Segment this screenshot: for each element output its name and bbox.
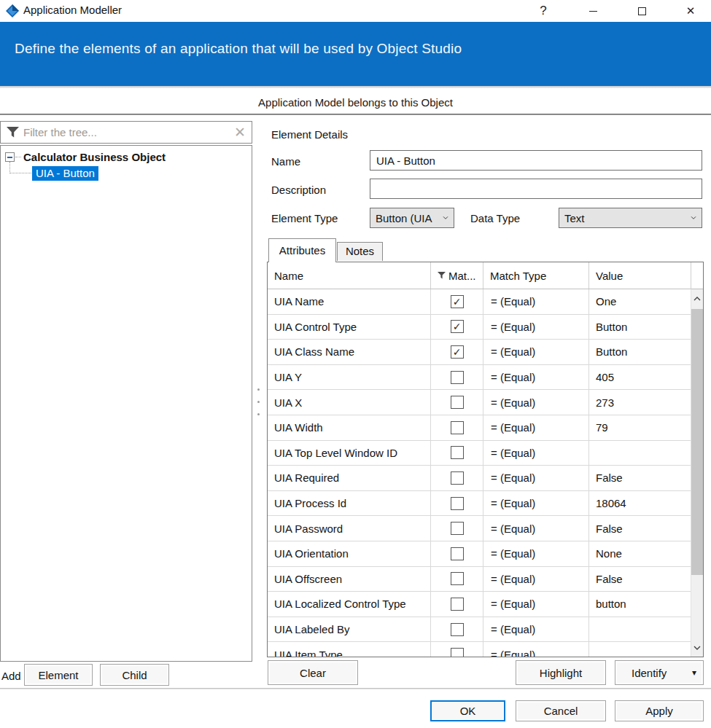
table-row[interactable]: UIA Labeled By = (Equal) [268, 617, 691, 643]
attr-match-type[interactable]: = (Equal) [483, 516, 589, 541]
tab-notes[interactable]: Notes [337, 242, 383, 261]
element-type-select[interactable]: Button (UIA [370, 208, 454, 228]
table-row[interactable]: UIA Class Name ✓ = (Equal) Button [268, 340, 691, 365]
highlight-button[interactable]: Highlight [516, 660, 606, 685]
ok-button[interactable]: OK [430, 700, 505, 721]
scroll-down-icon[interactable] [691, 638, 703, 657]
attr-value[interactable]: Button [589, 340, 691, 364]
attr-match-type[interactable]: = (Equal) [483, 390, 589, 415]
table-row[interactable]: UIA Process Id = (Equal) 18064 [268, 491, 691, 517]
table-row[interactable]: UIA Required = (Equal) False [268, 466, 691, 491]
filter-funnel-icon [7, 127, 19, 138]
attr-value[interactable] [589, 441, 691, 466]
table-row[interactable]: UIA Orientation = (Equal) None [268, 541, 691, 567]
attr-match-type[interactable]: = (Equal) [483, 642, 589, 657]
attr-match-type[interactable]: = (Equal) [483, 441, 589, 466]
table-row[interactable]: UIA Password = (Equal) False [268, 516, 691, 541]
attr-name: UIA Name [268, 289, 431, 314]
column-header-match[interactable]: Mat... [431, 262, 483, 289]
table-row[interactable]: UIA Top Level Window ID = (Equal) [268, 441, 691, 466]
attr-match-checkbox[interactable]: ✓ [451, 295, 464, 308]
attr-value[interactable] [589, 642, 691, 657]
scroll-up-icon[interactable] [691, 289, 703, 308]
apply-button[interactable]: Apply [615, 700, 704, 721]
attr-match-checkbox[interactable] [451, 421, 464, 434]
chevron-down-icon [688, 215, 696, 221]
attr-match-type[interactable]: = (Equal) [483, 617, 589, 642]
attr-value[interactable]: None [589, 541, 691, 566]
attr-value[interactable]: Button [589, 315, 691, 340]
filter-clear-icon[interactable]: ✕ [234, 125, 246, 139]
identify-dropdown-arrow[interactable]: ▾ [692, 668, 696, 678]
attr-value[interactable]: One [589, 289, 691, 314]
help-icon[interactable]: ? [527, 0, 559, 22]
attr-match-type[interactable]: = (Equal) [483, 289, 589, 314]
attr-match-type[interactable]: = (Equal) [483, 315, 589, 340]
attr-match-type[interactable]: = (Equal) [483, 365, 589, 390]
attr-match-checkbox[interactable] [451, 648, 464, 657]
table-row[interactable]: UIA Localized Control Type = (Equal) but… [268, 592, 691, 617]
close-icon[interactable]: ✕ [675, 0, 707, 22]
tree-root-label[interactable]: Calculator Business Object [23, 151, 166, 163]
header-banner: Define the elements of an application th… [0, 22, 711, 86]
collapse-icon[interactable] [5, 152, 15, 162]
identify-button[interactable]: Identify ▾ [615, 660, 704, 685]
cancel-button[interactable]: Cancel [516, 700, 606, 721]
tab-attributes[interactable]: Attributes [268, 238, 336, 262]
attr-value[interactable] [589, 617, 691, 642]
attr-match-checkbox[interactable] [451, 598, 464, 611]
column-header-match-type[interactable]: Match Type [483, 262, 589, 289]
minimize-icon[interactable] [577, 0, 609, 22]
attr-match-checkbox[interactable] [451, 623, 464, 636]
attr-value[interactable]: False [589, 516, 691, 541]
attr-match-type[interactable]: = (Equal) [483, 592, 589, 617]
attr-match-checkbox[interactable] [451, 446, 464, 459]
attr-value[interactable]: False [589, 466, 691, 490]
tree-item-uia-button[interactable]: UIA - Button [32, 166, 98, 181]
description-field[interactable] [370, 179, 702, 199]
tree-filter-input[interactable] [19, 126, 234, 138]
name-field[interactable] [370, 150, 702, 171]
column-header-value[interactable]: Value [589, 262, 703, 289]
table-row[interactable]: UIA Name ✓ = (Equal) One [268, 289, 691, 315]
attr-match-checkbox[interactable] [451, 572, 464, 585]
column-header-name[interactable]: Name [268, 262, 431, 289]
add-element-button[interactable]: Element [24, 664, 93, 686]
table-row[interactable]: UIA Offscreen = (Equal) False [268, 567, 691, 592]
table-row[interactable]: UIA Y = (Equal) 405 [268, 365, 691, 391]
table-row[interactable]: UIA Width = (Equal) 79 [268, 415, 691, 441]
add-child-button[interactable]: Child [100, 664, 169, 686]
attr-match-checkbox[interactable] [451, 396, 464, 409]
attr-match-type[interactable]: = (Equal) [483, 491, 589, 516]
attr-match-checkbox[interactable]: ✓ [451, 345, 464, 359]
data-type-select[interactable]: Text [559, 208, 702, 228]
attr-match-type[interactable]: = (Equal) [483, 541, 589, 566]
table-row[interactable]: UIA X = (Equal) 273 [268, 390, 691, 415]
attr-match-type[interactable]: = (Equal) [483, 567, 589, 592]
attr-match-checkbox[interactable] [451, 547, 464, 560]
attr-value[interactable]: 273 [589, 390, 691, 415]
attr-value[interactable]: False [589, 567, 691, 592]
table-row[interactable]: UIA Control Type ✓ = (Equal) Button [268, 315, 691, 340]
table-scrollbar[interactable] [691, 289, 703, 657]
scrollbar-thumb[interactable] [691, 309, 703, 575]
attr-match-checkbox[interactable] [451, 522, 464, 535]
attr-match-type[interactable]: = (Equal) [483, 415, 589, 440]
attr-match-checkbox[interactable] [451, 371, 464, 384]
attr-match-type[interactable]: = (Equal) [483, 466, 589, 490]
attr-value[interactable]: 79 [589, 415, 691, 440]
attr-name: UIA Password [268, 516, 431, 541]
attr-value[interactable]: 405 [589, 365, 691, 390]
attr-value[interactable]: 18064 [589, 491, 691, 516]
attr-match-checkbox[interactable] [451, 497, 464, 510]
attr-match-checkbox[interactable]: ✓ [451, 320, 464, 333]
attr-name: UIA Top Level Window ID [268, 441, 431, 466]
maximize-icon[interactable] [626, 0, 658, 22]
attr-value[interactable]: button [589, 592, 691, 617]
attr-match-type[interactable]: = (Equal) [483, 340, 589, 364]
clear-button[interactable]: Clear [268, 660, 358, 685]
attr-match-checkbox[interactable] [451, 471, 464, 485]
add-label: Add [1, 670, 21, 682]
pane-splitter[interactable] [257, 388, 260, 415]
table-row[interactable]: UIA Item Type = (Equal) [268, 642, 691, 657]
